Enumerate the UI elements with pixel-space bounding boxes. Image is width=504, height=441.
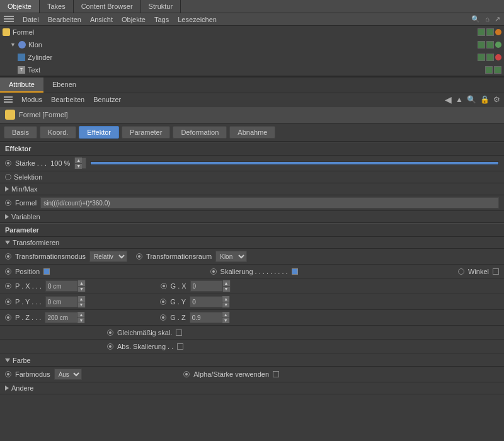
formel-input[interactable]: [40, 197, 499, 209]
gx-spin-up[interactable]: ▲: [223, 280, 230, 287]
pos-radio[interactable]: [5, 268, 11, 275]
attr-bearbeiten[interactable]: Bearbeiten: [51, 96, 84, 103]
farbmodus-radio[interactable]: [5, 371, 11, 377]
hamburger-icon[interactable]: [4, 16, 14, 23]
check2-zylinder[interactable]: [486, 54, 494, 61]
obj-row-klon[interactable]: ▼ Klon: [0, 38, 504, 51]
px-spinner[interactable]: ▲ ▼: [45, 280, 86, 292]
menu-bearbeiten[interactable]: Bearbeiten: [48, 16, 81, 23]
back-arrow-icon[interactable]: ◀: [445, 94, 452, 105]
py-spin-down[interactable]: ▼: [78, 302, 85, 308]
py-spinner[interactable]: ▲ ▼: [45, 296, 86, 307]
py-spin-up[interactable]: ▲: [78, 296, 85, 302]
tab-content-browser[interactable]: Content Browser: [74, 0, 141, 13]
pz-spin-up[interactable]: ▲: [77, 312, 84, 318]
nav-up-icon[interactable]: ▲: [455, 95, 463, 104]
obj-row-text[interactable]: T Text: [0, 64, 504, 76]
check2-formel[interactable]: [486, 28, 494, 36]
obj-row-formel[interactable]: Formel: [0, 26, 504, 38]
menu-tags[interactable]: Tags: [154, 16, 169, 23]
gy-spinner[interactable]: ▲ ▼: [190, 296, 230, 307]
gy-spin-up[interactable]: ▲: [222, 296, 229, 302]
gz-spin-up[interactable]: ▲: [222, 312, 229, 318]
check2-klon[interactable]: [486, 41, 494, 49]
menu-ansicht[interactable]: Ansicht: [90, 16, 113, 23]
tab-effektor[interactable]: Effektor: [79, 126, 119, 139]
minmax-row[interactable]: Min/Max: [0, 183, 504, 195]
tab-abnahme[interactable]: Abnahme: [229, 126, 275, 139]
gleich-checkbox[interactable]: [176, 329, 182, 336]
py-radio[interactable]: [5, 299, 11, 305]
gz-spinner[interactable]: ▲ ▼: [190, 312, 230, 323]
selektion-row[interactable]: Selektion: [0, 171, 504, 183]
tab-basis[interactable]: Basis: [4, 126, 37, 139]
py-input[interactable]: [46, 298, 77, 306]
obj-row-zylinder[interactable]: Zylinder: [0, 51, 504, 64]
arrow-icon[interactable]: ↗: [495, 15, 500, 23]
tab-deformation[interactable]: Deformation: [173, 126, 227, 139]
gy-spin-down[interactable]: ▼: [222, 302, 229, 308]
check1-formel[interactable]: [478, 28, 485, 36]
skal-radio[interactable]: [210, 268, 217, 275]
winkel-radio[interactable]: [458, 268, 464, 275]
check1-zylinder[interactable]: [478, 54, 485, 61]
search-icon[interactable]: 🔍: [471, 15, 480, 23]
gx-spinner[interactable]: ▲ ▼: [190, 280, 231, 292]
lock-icon[interactable]: 🔒: [480, 95, 490, 104]
attr-benutzer[interactable]: Benutzer: [93, 96, 121, 103]
tab-koord[interactable]: Koord.: [40, 126, 76, 139]
gz-radio[interactable]: [160, 314, 166, 321]
abs-radio[interactable]: [107, 343, 113, 350]
check1-text[interactable]: [485, 66, 493, 74]
gy-radio[interactable]: [160, 299, 166, 305]
alpha-radio[interactable]: [183, 371, 190, 377]
menu-lesezeichen[interactable]: Lesezeichen: [178, 16, 217, 23]
gleich-radio[interactable]: [107, 329, 113, 336]
farbe-header[interactable]: Farbe: [0, 355, 504, 367]
winkel-checkbox[interactable]: [493, 268, 499, 275]
house-icon[interactable]: ⌂: [485, 15, 490, 23]
abs-checkbox[interactable]: [177, 343, 183, 350]
pz-spin-down[interactable]: ▼: [77, 318, 84, 324]
farbmodus-select[interactable]: Aus An: [54, 369, 82, 380]
tab-struktur[interactable]: Struktur: [141, 0, 181, 13]
attr-search-icon[interactable]: 🔍: [467, 95, 476, 104]
gy-input[interactable]: [190, 298, 222, 306]
expand-klon-icon[interactable]: ▼: [10, 42, 16, 48]
gx-spin-down[interactable]: ▼: [223, 287, 230, 292]
formel-radio[interactable]: [5, 200, 11, 206]
gx-radio[interactable]: [161, 283, 167, 289]
pz-input[interactable]: [45, 314, 77, 322]
selektion-radio[interactable]: [5, 174, 11, 180]
starke-spinner[interactable]: ▲ ▼: [74, 158, 86, 169]
tab-objekte[interactable]: Objekte: [0, 0, 40, 13]
tmode-radio[interactable]: [5, 253, 11, 260]
menu-objekte[interactable]: Objekte: [122, 16, 146, 23]
px-input[interactable]: [46, 282, 77, 290]
check1-klon[interactable]: [478, 41, 485, 49]
gz-spin-down[interactable]: ▼: [222, 318, 229, 324]
px-spin-up[interactable]: ▲: [78, 280, 85, 287]
variablen-row[interactable]: Variablen: [0, 211, 504, 223]
skal-checkbox[interactable]: [292, 268, 298, 275]
alpha-checkbox[interactable]: [273, 371, 279, 377]
tab-attribute[interactable]: Attribute: [0, 77, 43, 93]
tmode-select[interactable]: Relativ Absolut: [89, 251, 127, 262]
gz-input[interactable]: [190, 314, 222, 322]
settings-icon[interactable]: ⚙: [493, 95, 500, 104]
andere-row[interactable]: Andere: [0, 382, 504, 394]
tab-takes[interactable]: Takes: [40, 0, 74, 13]
pos-checkbox[interactable]: [43, 268, 50, 275]
starke-radio[interactable]: [5, 160, 11, 166]
pz-spinner[interactable]: ▲ ▼: [45, 312, 85, 323]
starke-spin-down[interactable]: ▼: [75, 164, 82, 169]
check2-text[interactable]: [494, 66, 501, 74]
gx-input[interactable]: [191, 282, 222, 290]
menu-datei[interactable]: Datei: [23, 16, 39, 23]
px-spin-down[interactable]: ▼: [78, 287, 85, 292]
tab-parameter[interactable]: Parameter: [122, 126, 170, 139]
transformieren-header[interactable]: Transformieren: [0, 237, 504, 249]
tab-ebenen[interactable]: Ebenen: [43, 77, 85, 93]
traum-radio[interactable]: [136, 253, 142, 260]
pz-radio[interactable]: [5, 314, 11, 321]
